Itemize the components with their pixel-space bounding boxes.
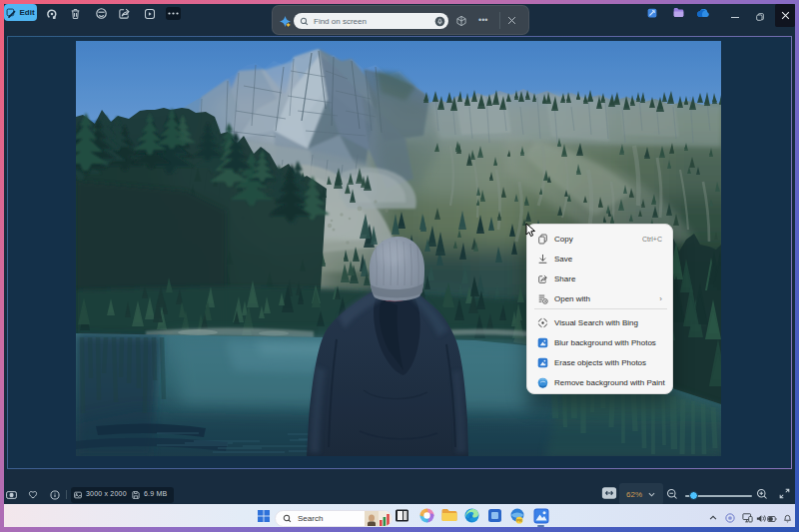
svg-text:PR: PR (516, 518, 522, 523)
